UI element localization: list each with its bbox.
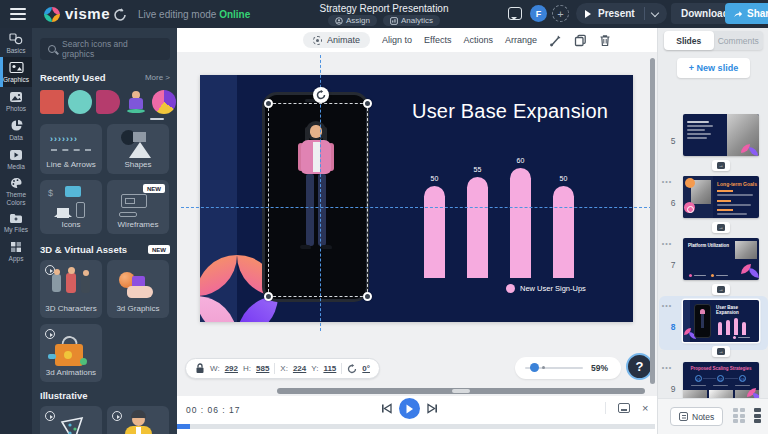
present-dropdown-chevron-icon[interactable] <box>650 8 658 16</box>
search-input[interactable]: Search icons and graphics <box>40 38 170 60</box>
category-line-arrows[interactable]: ››››››› Line & Arrows <box>40 124 102 174</box>
align-to-button[interactable]: Align to <box>382 35 412 45</box>
animate-icon <box>313 36 322 45</box>
category-icons[interactable]: $ Icons <box>40 180 102 234</box>
slide-thumbnail-7[interactable]: Platform Utilization <box>683 238 759 280</box>
category-3d-characters[interactable]: 3D Characters <box>40 260 102 318</box>
vertical-scrollbar[interactable] <box>650 58 655 384</box>
close-timeline-icon[interactable]: × <box>642 403 648 414</box>
hamburger-menu-icon[interactable] <box>10 8 26 20</box>
duplicate-icon[interactable] <box>574 34 587 47</box>
play-button[interactable] <box>399 398 420 419</box>
recent-scrollbar[interactable] <box>150 118 164 120</box>
slide-chart-bars[interactable]: 50556050 <box>424 157 574 278</box>
grid-view-icon[interactable] <box>733 408 746 423</box>
transition-button[interactable]: → <box>712 160 730 171</box>
help-button[interactable]: ? <box>626 353 653 380</box>
category-3d-graphics[interactable]: 3d Graphics <box>107 260 169 318</box>
transition-button[interactable]: → <box>712 346 730 357</box>
skip-forward-icon[interactable] <box>427 403 438 414</box>
horizontal-scrollbar[interactable] <box>277 388 645 394</box>
rotate-handle[interactable] <box>313 87 329 103</box>
present-button[interactable]: Present <box>576 8 644 19</box>
media-icon <box>9 149 23 161</box>
chart-bar-group: 50 <box>553 175 574 278</box>
visme-logo[interactable]: visme <box>44 5 110 22</box>
x-field[interactable]: 224 <box>293 364 306 373</box>
category-illustrative-characters[interactable]: Characters <box>107 406 169 434</box>
progress-fill <box>177 424 190 429</box>
comments-icon[interactable] <box>508 7 522 20</box>
category-illustrative-icons[interactable]: Icons <box>40 406 102 434</box>
new-slide-button[interactable]: + New slide <box>677 58 750 78</box>
width-field[interactable]: 292 <box>225 364 238 373</box>
arrange-button[interactable]: Arrange <box>505 35 537 45</box>
sidebar-item-apps[interactable]: Apps <box>0 237 32 265</box>
sidebar-item-data[interactable]: Data <box>0 115 32 144</box>
resize-handle-top-right[interactable] <box>363 99 372 108</box>
user-avatar[interactable]: F <box>530 5 547 22</box>
category-shapes[interactable]: Shapes <box>107 124 169 174</box>
category-wireframes[interactable]: NEW Wireframes <box>107 180 169 234</box>
transition-button[interactable]: → <box>712 284 730 295</box>
slide-menu-dots[interactable]: ••• <box>660 178 674 185</box>
transition-button[interactable]: → <box>712 222 730 233</box>
slide-menu-dots[interactable]: ••• <box>660 364 674 371</box>
lock-icon[interactable] <box>195 363 205 374</box>
zoom-percentage[interactable]: 59% <box>591 363 608 373</box>
sidebar-item-graphics[interactable]: Graphics <box>0 57 32 86</box>
assign-button[interactable]: Assign <box>328 15 377 26</box>
play-icon <box>585 10 595 18</box>
slide-menu-dots[interactable]: ••• <box>660 240 674 247</box>
list-view-icon[interactable] <box>754 408 761 423</box>
resize-handle-top-left[interactable] <box>264 99 273 108</box>
slide-title-text[interactable]: User Base Expansion <box>412 100 608 123</box>
sidebar-item-theme-colors[interactable]: Theme Colors <box>0 173 32 209</box>
actions-button[interactable]: Actions <box>463 35 493 45</box>
slide-thumbnail-5[interactable] <box>683 114 759 156</box>
skip-back-icon[interactable] <box>381 403 392 414</box>
animate-button[interactable]: Animate <box>303 32 370 48</box>
new-badge: NEW <box>148 245 170 254</box>
slide-thumbnail-6[interactable]: Long-term Goals <box>683 176 759 218</box>
slide-menu-dots[interactable]: ••• <box>660 302 674 309</box>
recent-shape-circle[interactable] <box>68 90 92 114</box>
share-button[interactable]: Share <box>725 3 768 24</box>
sidebar-item-basics[interactable]: Basics <box>0 28 32 57</box>
zoom-slider-handle[interactable] <box>530 363 539 372</box>
more-link[interactable]: More > <box>145 73 170 82</box>
category-3d-animations[interactable]: 3d Animations <box>40 324 102 382</box>
slide-thumbnail-9[interactable]: Proposed Scaling Strategies 01 02 03 <box>683 362 759 398</box>
sidebar-item-media[interactable]: Media <box>0 145 32 173</box>
undo-icon[interactable] <box>112 6 128 22</box>
scrollbar-handle[interactable] <box>452 389 470 393</box>
chart-bar <box>467 177 488 278</box>
slide-thumbnail-8-current[interactable]: User Base Expansion <box>683 300 759 342</box>
chart-legend[interactable]: New User Sign-Ups <box>506 284 586 293</box>
style-brush-icon[interactable] <box>549 34 562 47</box>
sidebar-item-my-files[interactable]: My Files <box>0 209 32 236</box>
delete-icon[interactable] <box>599 34 611 47</box>
tab-slides[interactable]: Slides <box>664 31 714 50</box>
slide-canvas[interactable]: User Base Expansion 50556050 New User Si… <box>200 75 633 322</box>
minimize-timeline-icon[interactable] <box>618 403 630 413</box>
notes-button[interactable]: Notes <box>670 407 723 426</box>
resize-handle-bottom-right[interactable] <box>363 292 372 301</box>
section-illustrative-header: Illustrative <box>40 390 170 401</box>
recent-3d-pie-chart[interactable] <box>152 90 176 114</box>
height-field[interactable]: 585 <box>256 364 269 373</box>
sidebar-item-photos[interactable]: Photos <box>0 87 32 115</box>
tab-comments[interactable]: Comments <box>714 31 764 50</box>
progress-track[interactable] <box>177 424 655 429</box>
rotation-field[interactable]: 0° <box>362 364 370 373</box>
resize-handle-bottom-left[interactable] <box>264 292 273 301</box>
effects-button[interactable]: Effects <box>424 35 451 45</box>
add-collaborator-button[interactable]: + <box>552 5 569 22</box>
y-field[interactable]: 115 <box>323 364 336 373</box>
document-title[interactable]: Strategy Report Presentation <box>284 3 484 14</box>
recent-shape-blob[interactable] <box>96 90 120 114</box>
recent-3d-character[interactable] <box>124 90 148 114</box>
analytics-button[interactable]: Analytics <box>383 15 440 26</box>
recent-shape-square[interactable] <box>40 90 64 114</box>
zoom-slider[interactable] <box>525 367 583 370</box>
